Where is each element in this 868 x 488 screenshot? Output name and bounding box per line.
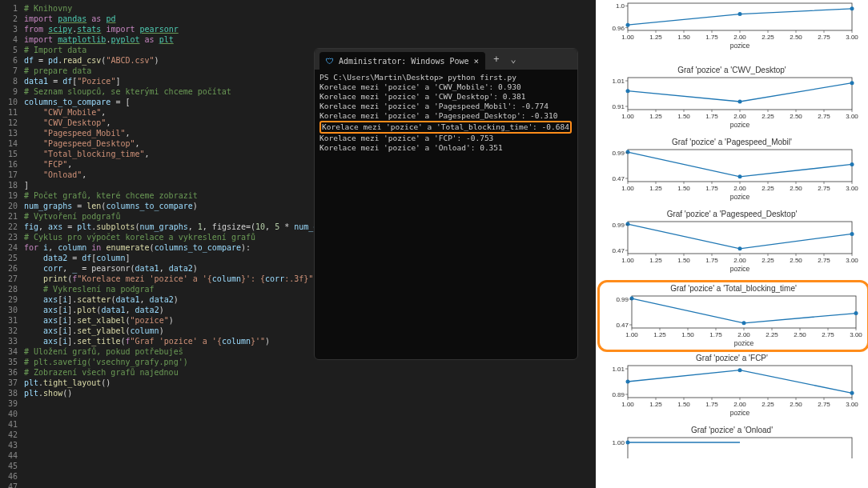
- chart-1: Graf 'pozice' a 'CWV_Desktop'0.911.011.0…: [596, 64, 868, 136]
- code-line[interactable]: # Zobrazení všech grafů najednou: [24, 367, 593, 378]
- svg-point-84: [850, 232, 854, 236]
- svg-text:1.50: 1.50: [677, 257, 690, 264]
- svg-text:1.50: 1.50: [677, 185, 690, 192]
- svg-text:1.25: 1.25: [649, 257, 662, 264]
- svg-text:1.00: 1.00: [621, 113, 634, 120]
- terminal-title: Administrator: Windows Powe: [339, 57, 469, 66]
- svg-text:pozice: pozice: [730, 265, 750, 273]
- svg-text:2.75: 2.75: [818, 185, 830, 192]
- svg-point-57: [850, 162, 854, 166]
- chart-title: Graf 'pozice' a 'FCP': [596, 352, 868, 362]
- svg-text:1.25: 1.25: [649, 113, 662, 120]
- chart-5: Graf 'pozice' a 'FCP'0.891.011.001.251.5…: [596, 352, 868, 424]
- svg-point-30: [850, 81, 854, 85]
- svg-text:1.00: 1.00: [621, 34, 634, 41]
- terminal-line: Korelace mezi 'pozice' a 'Pagespeed_Mobi…: [319, 102, 573, 111]
- svg-point-28: [626, 89, 630, 93]
- svg-text:2.50: 2.50: [790, 113, 802, 120]
- svg-text:2.00: 2.00: [733, 113, 746, 120]
- svg-text:2.00: 2.00: [737, 331, 750, 338]
- svg-point-138: [850, 391, 854, 395]
- svg-text:1.50: 1.50: [681, 331, 694, 338]
- svg-point-110: [742, 321, 746, 325]
- svg-text:3.00: 3.00: [846, 257, 858, 264]
- svg-text:1.75: 1.75: [705, 185, 718, 192]
- terminal-line: Korelace mezi 'pozice' a 'CWV_Desktop': …: [319, 92, 573, 102]
- svg-text:3.00: 3.00: [846, 185, 858, 192]
- terminal-line-highlighted: Korelace mezi 'pozice' a 'Total_blocking…: [319, 121, 572, 134]
- code-line[interactable]: import pandas as pd: [24, 14, 593, 24]
- svg-text:1.50: 1.50: [677, 113, 690, 120]
- svg-text:1.25: 1.25: [649, 401, 662, 408]
- code-line[interactable]: plt.show(): [24, 388, 593, 398]
- svg-point-137: [738, 368, 742, 372]
- svg-point-55: [626, 150, 630, 154]
- svg-text:1.75: 1.75: [709, 331, 722, 338]
- chart-plot: 0.891.011.001.251.501.752.002.252.502.75…: [596, 362, 860, 417]
- terminal-window[interactable]: 🛡 Administrator: Windows Powe × + ⌄ PS C…: [314, 48, 578, 360]
- svg-text:1.01: 1.01: [612, 366, 625, 373]
- code-line[interactable]: from scipy.stats import pearsonr: [24, 24, 593, 34]
- terminal-line: Korelace mezi 'pozice' a 'Onload': 0.351: [319, 143, 573, 153]
- svg-text:0.99: 0.99: [616, 296, 629, 303]
- svg-point-2: [738, 12, 742, 16]
- svg-text:pozice: pozice: [730, 409, 750, 417]
- svg-text:0.47: 0.47: [612, 175, 625, 182]
- chart-title: Graf 'pozice' a 'Pagespeed_Mobil': [596, 136, 868, 146]
- svg-text:0.47: 0.47: [612, 247, 625, 254]
- terminal-line: Korelace mezi 'pozice' a 'Pagespeed_Desk…: [319, 111, 573, 121]
- chart-title: Graf 'pozice' a 'CWV_Desktop': [596, 64, 868, 74]
- svg-text:2.00: 2.00: [733, 257, 746, 264]
- chart-4: Graf 'pozice' a 'Total_blocking_time'0.4…: [597, 280, 868, 352]
- tab-dropdown-icon[interactable]: ⌄: [507, 54, 519, 65]
- terminal-tab[interactable]: 🛡 Administrator: Windows Powe ×: [319, 52, 485, 70]
- svg-point-3: [850, 6, 854, 10]
- svg-text:3.00: 3.00: [846, 113, 858, 120]
- svg-text:1.00: 1.00: [625, 331, 638, 338]
- svg-point-83: [738, 246, 742, 250]
- svg-text:1.50: 1.50: [677, 34, 690, 41]
- svg-text:pozice: pozice: [730, 121, 750, 129]
- svg-text:2.25: 2.25: [766, 331, 778, 338]
- svg-text:1.50: 1.50: [677, 401, 690, 408]
- code-line[interactable]: import matplotlib.pyplot as plt: [24, 34, 593, 45]
- svg-text:1.75: 1.75: [705, 257, 718, 264]
- chart-6: Graf 'pozice' a 'Onload'1.00: [596, 424, 868, 464]
- svg-point-111: [854, 311, 858, 315]
- svg-text:1.00: 1.00: [612, 439, 625, 446]
- chart-title: Graf 'pozice' a 'Onload': [596, 424, 868, 434]
- terminal-prompt: PS C:\Users\Martin\Desktop> python first…: [319, 73, 573, 82]
- svg-text:1.01: 1.01: [612, 78, 625, 85]
- svg-text:1.25: 1.25: [649, 34, 662, 41]
- new-tab-button[interactable]: +: [490, 54, 502, 65]
- svg-text:2.25: 2.25: [762, 113, 774, 120]
- chart-plot: 0.961.01.001.251.501.752.002.252.502.753…: [596, 0, 860, 50]
- charts-panel: 0.961.01.001.251.501.752.002.252.502.753…: [596, 0, 868, 488]
- svg-text:1.00: 1.00: [621, 401, 634, 408]
- chart-plot: 0.470.991.001.251.501.752.002.252.502.75…: [600, 293, 864, 347]
- close-icon[interactable]: ×: [474, 56, 480, 66]
- svg-text:1.75: 1.75: [705, 113, 718, 120]
- svg-text:2.25: 2.25: [762, 257, 774, 264]
- code-line[interactable]: # Knihovny: [24, 3, 593, 14]
- svg-text:2.50: 2.50: [790, 185, 802, 192]
- svg-text:1.0: 1.0: [616, 2, 625, 10]
- svg-text:2.25: 2.25: [762, 34, 774, 41]
- terminal-titlebar[interactable]: 🛡 Administrator: Windows Powe × + ⌄: [315, 49, 577, 70]
- terminal-body[interactable]: PS C:\Users\Martin\Desktop> python first…: [315, 70, 577, 156]
- svg-text:2.75: 2.75: [818, 113, 830, 120]
- svg-point-82: [626, 222, 630, 226]
- svg-text:2.00: 2.00: [733, 185, 746, 192]
- svg-text:0.91: 0.91: [612, 103, 625, 110]
- chart-plot: 0.911.011.001.251.501.752.002.252.502.75…: [596, 74, 860, 129]
- chart-plot: 0.470.991.001.251.501.752.002.252.502.75…: [596, 146, 860, 201]
- svg-text:1.25: 1.25: [649, 185, 662, 192]
- svg-text:3.00: 3.00: [850, 331, 862, 338]
- svg-text:2.25: 2.25: [762, 401, 774, 408]
- svg-text:2.00: 2.00: [733, 34, 746, 41]
- svg-text:0.96: 0.96: [612, 25, 625, 32]
- svg-text:1.00: 1.00: [621, 185, 634, 192]
- code-line[interactable]: plt.tight_layout(): [24, 378, 593, 388]
- svg-rect-162: [628, 438, 852, 458]
- terminal-shield-icon: 🛡: [326, 57, 334, 66]
